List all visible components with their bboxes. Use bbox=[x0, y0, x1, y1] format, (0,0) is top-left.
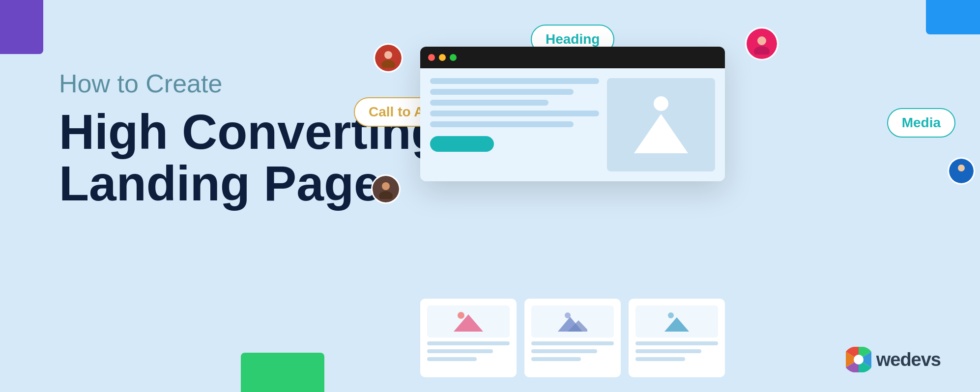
svg-point-8 bbox=[458, 312, 464, 319]
wedevs-brand-name: wedevs bbox=[876, 349, 941, 370]
svg-point-13 bbox=[668, 312, 674, 318]
wedevs-logo-icon bbox=[846, 347, 871, 372]
wedevs-logo: wedevs bbox=[846, 347, 941, 372]
mountain-illustration bbox=[634, 96, 688, 153]
browser-dot-yellow bbox=[439, 54, 446, 61]
sun-circle bbox=[654, 96, 668, 111]
avatar-1 bbox=[374, 43, 403, 73]
svg-point-2 bbox=[382, 182, 390, 190]
svg-marker-14 bbox=[664, 317, 689, 332]
browser-dot-red bbox=[428, 54, 435, 61]
media-badge: Media bbox=[887, 108, 955, 138]
card-2-line-1 bbox=[531, 341, 614, 345]
svg-point-0 bbox=[384, 51, 392, 59]
svg-point-1 bbox=[381, 60, 395, 68]
browser-left-panel bbox=[430, 78, 599, 171]
mountain-triangle bbox=[634, 114, 688, 153]
card-3-line-1 bbox=[635, 341, 718, 345]
card-2-line-3 bbox=[531, 357, 581, 361]
browser-dot-green bbox=[450, 54, 457, 61]
svg-point-7 bbox=[955, 173, 968, 180]
content-line-4 bbox=[430, 111, 599, 116]
corner-decoration-purple bbox=[0, 0, 43, 54]
card-3-image bbox=[635, 306, 718, 337]
mockup-cta-button bbox=[430, 136, 494, 152]
avatar-3 bbox=[745, 27, 778, 60]
card-3 bbox=[629, 299, 725, 377]
browser-right-panel bbox=[607, 78, 715, 171]
content-line-2 bbox=[430, 89, 574, 95]
card-3-line-2 bbox=[635, 349, 701, 353]
browser-mockup bbox=[420, 47, 725, 181]
avatar-4 bbox=[948, 157, 975, 185]
bottom-cards-row bbox=[420, 299, 725, 377]
svg-point-3 bbox=[379, 191, 393, 199]
svg-point-4 bbox=[757, 36, 766, 45]
svg-point-6 bbox=[958, 165, 965, 171]
svg-point-16 bbox=[854, 355, 864, 364]
green-accent-bar bbox=[241, 353, 324, 392]
card-1-line-3 bbox=[427, 357, 477, 361]
card-2 bbox=[524, 299, 621, 377]
svg-point-5 bbox=[754, 46, 770, 55]
card-3-line-3 bbox=[635, 357, 685, 361]
content-line-3 bbox=[430, 100, 548, 106]
content-line-5 bbox=[430, 121, 574, 127]
browser-content-area bbox=[420, 68, 725, 181]
card-1-line-1 bbox=[427, 341, 510, 345]
card-1 bbox=[420, 299, 517, 377]
card-1-image bbox=[427, 306, 510, 337]
card-1-line-2 bbox=[427, 349, 493, 353]
browser-titlebar bbox=[420, 47, 725, 68]
content-line-1 bbox=[430, 78, 599, 84]
card-2-image bbox=[531, 306, 614, 337]
corner-decoration-blue bbox=[926, 0, 980, 34]
avatar-2 bbox=[371, 174, 401, 204]
hero-subtitle: How to Create bbox=[59, 69, 441, 98]
card-2-line-2 bbox=[531, 349, 597, 353]
